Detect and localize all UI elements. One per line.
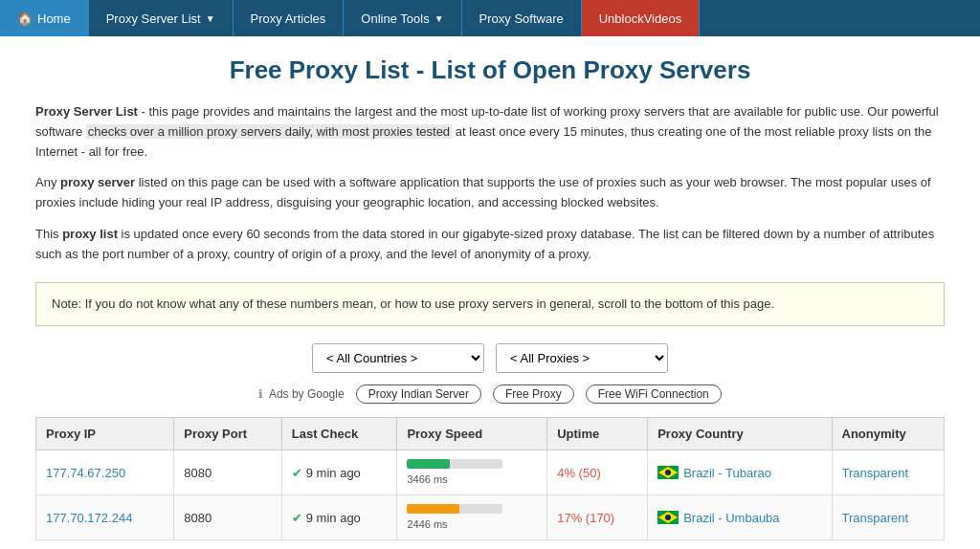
col-proxy-speed: Proxy Speed xyxy=(397,418,547,450)
ad-badge-3[interactable]: Free WiFi Connection xyxy=(586,384,722,404)
proxy-type-filter[interactable]: < All Proxies > Transparent Anonymous El… xyxy=(496,343,668,373)
proxy-server-bold: proxy server xyxy=(60,175,135,189)
brazil-flag-icon xyxy=(657,466,679,479)
nav-proxy-server-list-label: Proxy Server List xyxy=(106,11,201,26)
page-title: Free Proxy List - List of Open Proxy Ser… xyxy=(35,55,945,85)
intro-section: Proxy Server List - this page provides a… xyxy=(35,102,945,265)
note-text: Note: If you do not know what any of the… xyxy=(52,296,774,311)
intro-para-2: Any proxy server listed on this page can… xyxy=(35,173,945,213)
ads-label: ℹ Ads by Google xyxy=(258,387,344,401)
col-proxy-port: Proxy Port xyxy=(174,418,281,450)
cell-country: Brazil - Umbauba xyxy=(648,495,832,540)
nav-proxy-software-label: Proxy Software xyxy=(479,11,564,26)
uptime-value: 17% (170) xyxy=(557,511,614,525)
check-icon: ✔ xyxy=(292,511,302,525)
nav-proxy-server-list[interactable]: Proxy Server List ▼ xyxy=(89,0,234,36)
country-filter[interactable]: < All Countries > United States Brazil I… xyxy=(312,343,484,373)
cell-anonymity: Transparent xyxy=(832,450,944,495)
col-anonymity: Anonymity xyxy=(832,418,944,450)
speed-bar-fill xyxy=(407,504,459,514)
col-last-check: Last Check xyxy=(281,418,397,450)
intro1-highlight: checks over a million proxy servers dail… xyxy=(86,124,452,139)
brazil-flag-icon xyxy=(657,511,679,524)
dropdown-arrow-icon2: ▼ xyxy=(434,13,444,24)
page-content: Free Proxy List - List of Open Proxy Ser… xyxy=(21,36,959,549)
svg-point-2 xyxy=(665,470,671,475)
cell-ip: 177.70.172.244 xyxy=(36,495,174,540)
country-link[interactable]: Brazil - Umbauba xyxy=(683,511,779,525)
country-cell: Brazil - Tubarao xyxy=(657,466,821,480)
cell-last-check: ✔9 min ago xyxy=(281,495,397,540)
anonymity-link[interactable]: Transparent xyxy=(842,466,909,480)
main-nav: 🏠 Home Proxy Server List ▼ Proxy Article… xyxy=(0,0,980,36)
ip-link[interactable]: 177.74.67.250 xyxy=(46,466,125,480)
proxy-list-bold: proxy list xyxy=(62,227,118,241)
nav-proxy-software[interactable]: Proxy Software xyxy=(462,0,582,36)
speed-label: 2446 ms xyxy=(407,518,447,530)
note-box: Note: If you do not know what any of the… xyxy=(35,282,945,327)
table-header-row: Proxy IP Proxy Port Last Check Proxy Spe… xyxy=(36,418,945,450)
uptime-value: 4% (50) xyxy=(557,466,601,480)
cell-port: 8080 xyxy=(174,495,281,540)
proxy-table: Proxy IP Proxy Port Last Check Proxy Spe… xyxy=(35,417,945,540)
proxy-server-list-bold: Proxy Server List xyxy=(35,104,138,119)
cell-speed: 2446 ms xyxy=(397,495,547,540)
country-link[interactable]: Brazil - Tubarao xyxy=(683,466,771,480)
intro3-start: This xyxy=(35,227,62,241)
col-proxy-country: Proxy Country xyxy=(648,418,832,450)
speed-bar: 2446 ms xyxy=(407,504,502,531)
intro2-rest: listed on this page can be used with a s… xyxy=(35,175,931,209)
check-icon: ✔ xyxy=(292,466,302,480)
speed-bar-track xyxy=(407,459,502,469)
info-icon: ℹ xyxy=(258,387,263,401)
speed-label: 3466 ms xyxy=(407,473,447,485)
cell-last-check: ✔9 min ago xyxy=(281,450,397,495)
nav-online-tools[interactable]: Online Tools ▼ xyxy=(344,0,461,36)
intro3-rest: is updated once every 60 seconds from th… xyxy=(35,227,934,261)
cell-uptime: 4% (50) xyxy=(547,450,648,495)
col-proxy-ip: Proxy IP xyxy=(36,418,174,450)
ad-badge-1[interactable]: Proxy Indian Server xyxy=(356,384,481,404)
cell-uptime: 17% (170) xyxy=(547,495,648,540)
filters-section: < All Countries > United States Brazil I… xyxy=(35,343,945,373)
cell-country: Brazil - Tubarao xyxy=(648,450,832,495)
speed-bar-track xyxy=(407,504,502,514)
ip-link[interactable]: 177.70.172.244 xyxy=(46,511,132,525)
speed-bar: 3466 ms xyxy=(407,459,502,486)
nav-unblock-videos[interactable]: UnblockVideos xyxy=(582,0,700,36)
intro-para-1: Proxy Server List - this page provides a… xyxy=(35,102,945,162)
cell-ip: 177.74.67.250 xyxy=(36,450,174,495)
intro2-start: Any xyxy=(35,175,60,189)
table-row: 177.74.67.2508080✔9 min ago 3466 ms 4% (… xyxy=(36,450,945,495)
country-cell: Brazil - Umbauba xyxy=(657,511,821,525)
col-uptime: Uptime xyxy=(547,418,648,450)
nav-home[interactable]: 🏠 Home xyxy=(0,0,89,36)
speed-bar-fill xyxy=(407,459,450,469)
dropdown-arrow-icon: ▼ xyxy=(206,13,215,24)
ad-badge-2[interactable]: Free Proxy xyxy=(493,384,574,404)
table-row: 177.70.172.2448080✔9 min ago 2446 ms 17%… xyxy=(36,495,945,540)
intro-para-3: This proxy list is updated once every 60… xyxy=(35,225,945,265)
anonymity-link[interactable]: Transparent xyxy=(842,511,909,525)
nav-proxy-articles-label: Proxy Articles xyxy=(251,11,326,26)
ads-row: ℹ Ads by Google Proxy Indian Server Free… xyxy=(35,384,945,404)
cell-port: 8080 xyxy=(174,450,281,495)
nav-online-tools-label: Online Tools xyxy=(361,11,429,26)
cell-anonymity: Transparent xyxy=(832,495,944,540)
svg-point-5 xyxy=(665,515,671,520)
nav-unblock-videos-label: UnblockVideos xyxy=(599,11,681,26)
cell-speed: 3466 ms xyxy=(397,450,547,495)
home-icon: 🏠 xyxy=(17,11,33,26)
nav-proxy-articles[interactable]: Proxy Articles xyxy=(234,0,345,36)
nav-home-label: Home xyxy=(37,11,71,26)
